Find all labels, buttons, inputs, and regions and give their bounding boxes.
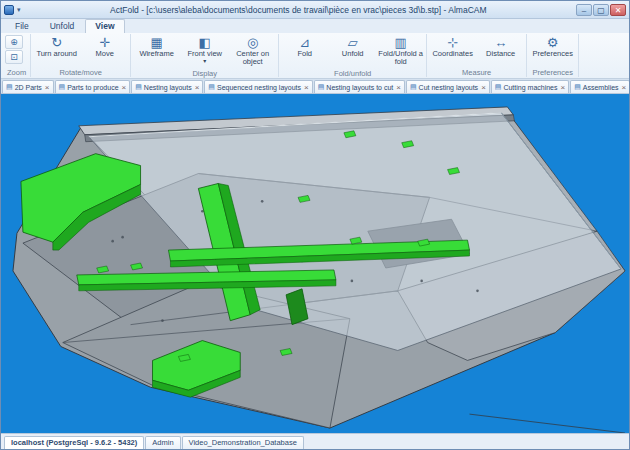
ribbon-tab-file[interactable]: File: [5, 19, 39, 33]
wireframe-label: Wireframe: [139, 50, 174, 58]
ribbon-group-measure: ⊹ Coordinates ↔ Distance Measure: [427, 34, 527, 77]
document-icon: ▤: [208, 83, 215, 91]
tab-parts-to-produce[interactable]: ▤ Parts to produce ×: [55, 80, 131, 93]
ribbon: ⊕ ⊡ Zoom ↻ Turn around ✛ Move Rotate/mov…: [1, 33, 629, 79]
tab-cutting-machines[interactable]: ▤ Cutting machines ×: [491, 80, 569, 93]
tab-nesting-layouts[interactable]: ▤ Nesting layouts ×: [131, 80, 203, 93]
ribbon-tab-view[interactable]: View: [85, 19, 124, 33]
document-icon: ▤: [318, 83, 325, 91]
minimize-button[interactable]: –: [576, 4, 592, 16]
close-button[interactable]: ✕: [610, 4, 626, 16]
tab-cut-nesting-layouts[interactable]: ▤ Cut nesting layouts ×: [406, 80, 490, 93]
application-window: ▾ ActFold - [c:\users\aleba\documents\do…: [0, 0, 630, 450]
fold-unfold-a-fold-label: Fold/Unfold a fold: [377, 50, 424, 67]
front-view-icon: ◧: [199, 35, 211, 50]
preferences-label: Preferences: [532, 50, 572, 58]
tab-2d-parts[interactable]: ▤ 2D Parts ×: [2, 80, 54, 93]
close-tab-icon[interactable]: ×: [481, 84, 486, 91]
document-icon: ▤: [59, 83, 66, 91]
status-bar: localhost (PostgreSql - 9.6.2 - 5432) Ad…: [1, 433, 629, 449]
preferences-button[interactable]: ⚙ Preferences: [529, 34, 576, 59]
group-label-rotate-move: Rotate/move: [33, 67, 128, 77]
tab-label: 2D Parts: [15, 84, 42, 91]
tab-label: Sequenced nesting layouts: [217, 84, 301, 91]
zoom-in-icon[interactable]: ⊕: [5, 35, 23, 49]
close-tab-icon[interactable]: ×: [396, 84, 401, 91]
group-label-preferences: Preferences: [529, 67, 576, 77]
window-controls: – ▢ ✕: [576, 4, 626, 16]
front-view-label: Front view: [187, 50, 222, 58]
tab-sequenced-nesting-layouts[interactable]: ▤ Sequenced nesting layouts ×: [204, 80, 312, 93]
center-object-icon: ◎: [247, 35, 258, 50]
tab-label: Parts to produce: [67, 84, 118, 91]
tab-label: Nesting layouts to cut: [326, 84, 393, 91]
tab-label: Assemblies: [583, 84, 619, 91]
chevron-down-icon[interactable]: ▾: [203, 58, 206, 65]
title-bar: ▾ ActFold - [c:\users\aleba\documents\do…: [1, 1, 629, 19]
close-tab-icon[interactable]: ×: [304, 84, 309, 91]
close-tab-icon[interactable]: ×: [622, 84, 627, 91]
unfold-button[interactable]: ▱ Unfold: [329, 34, 376, 59]
document-icon: ▤: [135, 83, 142, 91]
center-on-object-label: Center on object: [229, 50, 276, 67]
group-label-measure: Measure: [429, 67, 524, 77]
fold-button[interactable]: ⊿ Fold: [281, 34, 328, 59]
close-tab-icon[interactable]: ×: [561, 84, 566, 91]
document-icon: ▤: [410, 83, 417, 91]
unfold-label: Unfold: [342, 50, 364, 58]
turn-around-button[interactable]: ↻ Turn around: [33, 34, 80, 59]
maximize-button[interactable]: ▢: [593, 4, 609, 16]
fold-label: Fold: [297, 50, 312, 58]
status-tab-database-name[interactable]: Video_Demonstration_Database: [182, 436, 304, 449]
tab-assemblies[interactable]: ▤ Assemblies ×: [570, 80, 629, 93]
group-label-zoom: Zoom: [5, 67, 28, 77]
coordinates-label: Coordinates: [432, 50, 472, 58]
coordinates-button[interactable]: ⊹ Coordinates: [429, 34, 476, 59]
distance-label: Distance: [486, 50, 515, 58]
orbit-icon: ↻: [51, 35, 62, 50]
document-icon: ▤: [495, 83, 502, 91]
3d-viewport[interactable]: [1, 94, 629, 433]
quick-access-dropdown-icon[interactable]: ▾: [17, 6, 21, 14]
fold-unfold-icon: ▥: [395, 35, 407, 50]
zoom-window-icon[interactable]: ⊡: [5, 50, 23, 64]
tab-label: Nesting layouts: [144, 84, 192, 91]
close-tab-icon[interactable]: ×: [195, 84, 200, 91]
move-button[interactable]: ✛ Move: [81, 34, 128, 59]
turn-around-label: Turn around: [36, 50, 77, 58]
center-on-object-button[interactable]: ◎ Center on object: [229, 34, 276, 68]
ribbon-tab-bar: File Unfold View: [1, 19, 629, 33]
fold-unfold-a-fold-button[interactable]: ▥ Fold/Unfold a fold: [377, 34, 424, 68]
status-tab-user[interactable]: Admin: [145, 436, 180, 449]
ribbon-group-zoom: ⊕ ⊡ Zoom: [3, 34, 31, 77]
front-view-button[interactable]: ◧ Front view ▾: [181, 34, 228, 66]
window-title: ActFold - [c:\users\aleba\documents\docu…: [24, 5, 573, 15]
tab-label: Cut nesting layouts: [419, 84, 479, 91]
wireframe-button[interactable]: ▦ Wireframe: [133, 34, 180, 59]
document-tab-bar: ▤ 2D Parts × ▤ Parts to produce × ▤ Nest…: [1, 79, 629, 94]
coordinates-icon: ⊹: [447, 35, 458, 50]
app-icon[interactable]: [4, 5, 14, 15]
tab-nesting-layouts-to-cut[interactable]: ▤ Nesting layouts to cut ×: [314, 80, 405, 93]
ribbon-group-preferences: ⚙ Preferences Preferences: [527, 34, 579, 77]
ribbon-group-rotate-move: ↻ Turn around ✛ Move Rotate/move: [31, 34, 131, 77]
close-tab-icon[interactable]: ×: [45, 84, 50, 91]
close-tab-icon[interactable]: ×: [122, 84, 127, 91]
ribbon-tab-unfold[interactable]: Unfold: [40, 19, 85, 33]
unfold-icon: ▱: [348, 35, 358, 50]
tab-label: Cutting machines: [503, 84, 557, 91]
status-tab-database-connection[interactable]: localhost (PostgreSql - 9.6.2 - 5432): [4, 436, 144, 449]
move-icon: ✛: [99, 35, 110, 50]
distance-button[interactable]: ↔ Distance: [477, 34, 524, 59]
group-label-display: Display: [133, 68, 276, 78]
move-label: Move: [96, 50, 114, 58]
document-icon: ▤: [574, 83, 581, 91]
fold-icon: ⊿: [299, 35, 310, 50]
wireframe-icon: ▦: [151, 35, 163, 50]
ribbon-group-display: ▦ Wireframe ◧ Front view ▾ ◎ Center on o…: [131, 34, 279, 77]
distance-icon: ↔: [494, 35, 507, 50]
group-label-fold-unfold: Fold/unfold: [281, 68, 424, 78]
3d-model-canvas: [1, 94, 629, 433]
gear-icon: ⚙: [547, 35, 559, 50]
ribbon-group-fold-unfold: ⊿ Fold ▱ Unfold ▥ Fold/Unfold a fold Fol…: [279, 34, 427, 77]
